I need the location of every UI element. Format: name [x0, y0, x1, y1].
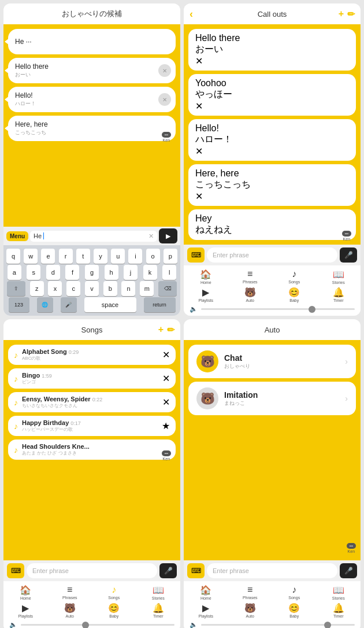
key-i[interactable]: i — [128, 249, 142, 264]
key-b[interactable]: b — [103, 281, 117, 296]
nav3-phrases[interactable]: ≡ Phrases — [58, 585, 81, 600]
key-d[interactable]: d — [46, 265, 60, 280]
enter-phrase-input[interactable]: Enter phrase — [207, 247, 337, 263]
key-f[interactable]: f — [65, 265, 79, 280]
bubble-hello[interactable]: Hello! ハロー！ ✕ — [8, 87, 176, 112]
mic-button4[interactable]: 🎤 — [340, 563, 357, 578]
key-r[interactable]: r — [59, 249, 73, 264]
nav-baby[interactable]: 😊 Baby — [283, 287, 306, 302]
song-circle-btn[interactable]: ✕ — [162, 397, 170, 408]
key-123[interactable]: 123 — [9, 297, 29, 312]
nav-songs[interactable]: ♪ Songs — [283, 269, 306, 285]
nav3-home[interactable]: 🏠 Home — [14, 585, 37, 600]
key-space[interactable]: space — [84, 297, 136, 312]
song-circle-btn[interactable]: ✕ — [162, 373, 170, 384]
volume-slider4[interactable] — [201, 624, 355, 626]
song-bingo[interactable]: ♪ Bingo 1:59 ビンゴ ✕ — [8, 368, 176, 389]
nav4-home[interactable]: 🏠 Home — [194, 585, 217, 600]
nav3-stories[interactable]: 📖 Stories — [147, 585, 170, 600]
key-y[interactable]: y — [94, 249, 107, 264]
nav-playlists[interactable]: ▶ Playlists — [194, 287, 217, 302]
bubble-here-here[interactable]: Here, here こっちこっち Ken — [8, 116, 176, 141]
key-m[interactable]: m — [140, 281, 154, 296]
key-globe[interactable]: 🌐 — [37, 297, 53, 312]
text-field[interactable]: He ✕ — [30, 231, 157, 242]
nav3-timer[interactable]: 🔔 Timer — [147, 603, 170, 618]
bubble-hello-there[interactable]: Hello there おーい ✕ — [8, 58, 176, 83]
keyboard-button4[interactable]: ⌨ — [187, 563, 205, 578]
bubble-circle-btn[interactable]: ✕ — [158, 64, 171, 77]
key-q[interactable]: q — [6, 249, 20, 264]
key-shift[interactable]: ⇧ — [7, 281, 25, 296]
mic-button3[interactable]: 🎤 — [159, 563, 177, 578]
nav4-phrases[interactable]: ≡ Phrases — [239, 585, 262, 600]
nav3-songs[interactable]: ♪ Songs — [102, 585, 125, 600]
key-w[interactable]: w — [24, 249, 38, 264]
callout-circle[interactable]: ✕ — [195, 101, 349, 112]
key-j[interactable]: j — [124, 265, 138, 280]
key-e[interactable]: e — [41, 249, 55, 264]
nav4-baby[interactable]: 😊 Baby — [283, 603, 306, 618]
menu-button[interactable]: Menu — [6, 231, 28, 241]
auto-chat[interactable]: 🐻 Chat おしゃべり › — [188, 345, 356, 378]
key-h[interactable]: h — [105, 265, 118, 280]
songs-edit-button[interactable]: ✏ — [167, 324, 174, 335]
nav-phrases[interactable]: ≡ Phrases — [239, 269, 262, 285]
song-alphabet[interactable]: ♪ Alphabet Song 0:29 ABCの歌 ✕ — [8, 345, 176, 365]
key-a[interactable]: a — [8, 265, 21, 280]
add-button[interactable]: + — [339, 9, 344, 20]
key-g[interactable]: g — [85, 265, 99, 280]
callout-yoohoo[interactable]: Yoohoo やっほー ✕ — [188, 74, 356, 116]
nav-auto[interactable]: 🐻 Auto — [239, 287, 262, 302]
key-v[interactable]: v — [85, 281, 99, 296]
nav4-playlists[interactable]: ▶ Playlists — [194, 603, 217, 618]
edit-button[interactable]: ✏ — [347, 9, 355, 20]
keyboard-button[interactable]: ⌨ — [187, 247, 205, 263]
nav4-stories[interactable]: 📖 Stories — [327, 585, 350, 600]
nav4-songs[interactable]: ♪ Songs — [283, 585, 306, 600]
key-s[interactable]: s — [27, 265, 40, 280]
volume-slider[interactable] — [201, 308, 355, 310]
enter-phrase-input4[interactable]: Enter phrase — [207, 563, 337, 578]
volume-thumb4[interactable] — [324, 622, 331, 629]
nav-timer[interactable]: 🔔 Timer — [327, 287, 350, 302]
song-star-btn[interactable]: ★ — [162, 420, 170, 431]
enter-phrase-input3[interactable]: Enter phrase — [27, 563, 157, 578]
nav3-playlists[interactable]: ▶ Playlists — [14, 603, 37, 618]
nav-home[interactable]: 🏠 Home — [194, 269, 217, 285]
key-o[interactable]: o — [146, 249, 160, 264]
callout-circle[interactable]: ✕ — [195, 56, 349, 67]
key-z[interactable]: z — [30, 281, 44, 296]
key-k[interactable]: k — [143, 265, 157, 280]
callout-hello-there[interactable]: Hello there おーい ✕ — [188, 29, 356, 71]
song-head-shoulders[interactable]: ♪ Head Shoulders Kne... あたま かた ひざ つまさき K… — [8, 439, 176, 460]
key-return[interactable]: return — [144, 297, 176, 312]
play-button[interactable]: ▶ — [159, 228, 177, 243]
key-n[interactable]: n — [121, 281, 135, 296]
typing-bubble[interactable]: He ··· — [8, 29, 176, 54]
callout-circle[interactable]: ✕ — [195, 146, 349, 157]
key-c[interactable]: c — [66, 281, 80, 296]
key-t[interactable]: t — [76, 249, 90, 264]
nav3-baby[interactable]: 😊 Baby — [102, 603, 125, 618]
callout-here-here[interactable]: Here, here こっちこっち ✕ — [188, 164, 356, 206]
key-delete[interactable]: ⌫ — [158, 281, 177, 296]
mic-button[interactable]: 🎤 — [340, 247, 357, 263]
callout-circle[interactable]: ✕ — [195, 191, 349, 202]
songs-add-button[interactable]: + — [158, 324, 164, 335]
song-circle-btn[interactable]: ✕ — [162, 349, 170, 360]
nav-stories[interactable]: 📖 Stories — [327, 269, 350, 285]
volume-thumb[interactable] — [309, 306, 315, 313]
key-mic[interactable]: 🎤 — [61, 297, 77, 312]
clear-button[interactable]: ✕ — [148, 232, 154, 240]
nav4-auto[interactable]: 🐻 Auto — [239, 603, 262, 618]
volume-slider3[interactable] — [21, 624, 174, 626]
key-l[interactable]: l — [162, 265, 176, 280]
keyboard-button3[interactable]: ⌨ — [7, 563, 24, 578]
song-happy-birthday[interactable]: ♪ Happy Birthday 0:17 ハッピーバースデーの歌 ★ — [8, 416, 176, 436]
callout-hey[interactable]: Hey ねえねえ Ken — [188, 209, 356, 240]
back-button[interactable]: ‹ — [190, 8, 193, 20]
auto-imitation[interactable]: 🐻 Imitation まねっこ › — [188, 382, 356, 415]
nav3-auto[interactable]: 🐻 Auto — [58, 603, 81, 618]
nav4-timer[interactable]: 🔔 Timer — [327, 603, 350, 618]
